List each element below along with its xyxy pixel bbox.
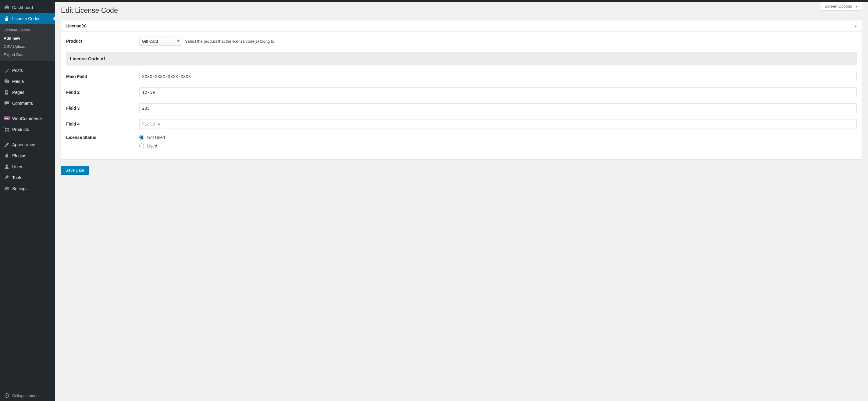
sidebar-item-label: Settings bbox=[12, 186, 28, 191]
screen-options-label: Screen Options bbox=[825, 4, 852, 8]
sidebar-item-label: Products bbox=[12, 127, 29, 132]
save-button[interactable]: Save Data bbox=[61, 166, 89, 175]
sidebar-item-pages[interactable]: Pages bbox=[0, 87, 55, 98]
metabox-title: License(s) bbox=[65, 24, 87, 28]
svg-text:Woo: Woo bbox=[4, 117, 9, 119]
sidebar-item-label: Dashboard bbox=[12, 5, 33, 10]
main-field-row: Main Field bbox=[66, 71, 857, 81]
sidebar-item-label: Comments bbox=[12, 101, 33, 106]
sidebar-item-label: Users bbox=[12, 164, 24, 169]
user-icon bbox=[4, 164, 10, 170]
woo-icon: Woo bbox=[4, 116, 10, 122]
lock-icon bbox=[4, 16, 10, 22]
metabox-body: Product Gift Card Select the product tha… bbox=[61, 32, 862, 159]
sidebar-sub-add-new[interactable]: Add new bbox=[0, 34, 55, 42]
cart-icon bbox=[4, 126, 10, 132]
caret-up-icon: ▲ bbox=[854, 24, 857, 28]
sidebar-item-label: Pages bbox=[12, 90, 24, 95]
sidebar-item-tools[interactable]: Tools bbox=[0, 172, 55, 183]
license-code-section-header: License Code #1 bbox=[66, 52, 857, 65]
sidebar-item-woocommerce[interactable]: Woo WooCommerce bbox=[0, 113, 55, 124]
pages-icon bbox=[4, 89, 10, 95]
field4-label: Field 4 bbox=[66, 122, 139, 126]
sidebar-item-label: Tools bbox=[12, 175, 22, 180]
sidebar-item-license-codes[interactable]: License Codes bbox=[0, 13, 55, 24]
sidebar-item-label: Posts bbox=[12, 68, 23, 73]
sidebar-item-label: Plugins bbox=[12, 153, 26, 158]
sidebar-item-users[interactable]: Users bbox=[0, 161, 55, 172]
sidebar-item-plugins[interactable]: Plugins bbox=[0, 150, 55, 161]
page-title: Edit License Code bbox=[61, 2, 862, 20]
product-select-wrap: Gift Card bbox=[139, 37, 182, 46]
status-not-used[interactable]: Not Used bbox=[139, 135, 165, 140]
licenses-metabox: License(s) ▲ Product Gift Card Select th… bbox=[61, 20, 862, 160]
product-select[interactable]: Gift Card bbox=[139, 37, 182, 46]
main-field-label: Main Field bbox=[66, 74, 139, 79]
content-area: Screen Options ▼ Edit License Code Licen… bbox=[55, 2, 868, 401]
collapse-label: Collapse menu bbox=[12, 393, 39, 398]
sidebar-item-label: License Codes bbox=[12, 16, 40, 21]
status-not-used-label: Not Used bbox=[147, 135, 165, 140]
pin-icon bbox=[4, 67, 10, 73]
brush-icon bbox=[4, 142, 10, 148]
sidebar-sub-export-data[interactable]: Export Data bbox=[0, 51, 55, 59]
status-radio-group: Not Used Used bbox=[139, 135, 165, 148]
admin-sidebar: Dashboard License Codes License Codes Ad… bbox=[0, 2, 55, 401]
status-row: License Status Not Used Used bbox=[66, 135, 857, 148]
admin-topbar bbox=[0, 0, 868, 2]
product-help-text: Select the product that the license code… bbox=[185, 39, 275, 43]
sidebar-collapse[interactable]: Collapse menu bbox=[0, 390, 55, 401]
status-not-used-radio[interactable] bbox=[139, 135, 144, 140]
sidebar-item-posts[interactable]: Posts bbox=[0, 65, 55, 76]
product-label: Product bbox=[66, 39, 139, 43]
sidebar-item-label: WooCommerce bbox=[12, 116, 42, 121]
sidebar-sub-csv-upload[interactable]: CSV Upload bbox=[0, 42, 55, 51]
status-used-radio[interactable] bbox=[139, 144, 144, 148]
sidebar-item-dashboard[interactable]: Dashboard bbox=[0, 2, 55, 13]
sidebar-item-appearance[interactable]: Appearance bbox=[0, 139, 55, 150]
collapse-icon bbox=[4, 393, 10, 399]
field3-label: Field 3 bbox=[66, 106, 139, 111]
status-label: License Status bbox=[66, 135, 139, 140]
sidebar-item-comments[interactable]: Comments bbox=[0, 98, 55, 109]
sidebar-item-label: Media bbox=[12, 79, 24, 84]
svg-point-4 bbox=[5, 394, 9, 398]
sidebar-item-settings[interactable]: Settings bbox=[0, 183, 55, 194]
field4-row: Field 4 bbox=[66, 119, 857, 129]
sidebar-item-label: Appearance bbox=[12, 142, 35, 147]
field2-input[interactable] bbox=[139, 88, 857, 97]
sidebar-item-media[interactable]: Media bbox=[0, 76, 55, 87]
wrench-icon bbox=[4, 175, 10, 181]
gauge-icon bbox=[4, 5, 10, 11]
field3-row: Field 3 bbox=[66, 103, 857, 113]
sliders-icon bbox=[4, 186, 10, 192]
media-icon bbox=[4, 78, 10, 84]
sidebar-item-products[interactable]: Products bbox=[0, 124, 55, 135]
comment-icon bbox=[4, 100, 10, 106]
status-used[interactable]: Used bbox=[139, 144, 165, 148]
field3-input[interactable] bbox=[139, 103, 857, 113]
chevron-down-icon: ▼ bbox=[855, 5, 858, 8]
sidebar-submenu: License Codes Add new CSV Upload Export … bbox=[0, 24, 55, 61]
svg-point-2 bbox=[5, 131, 6, 131]
plug-icon bbox=[4, 153, 10, 159]
field4-input[interactable] bbox=[139, 119, 857, 129]
metabox-header[interactable]: License(s) ▲ bbox=[61, 21, 862, 32]
main-field-input[interactable] bbox=[139, 71, 857, 81]
status-used-label: Used bbox=[147, 144, 157, 148]
screen-options-toggle[interactable]: Screen Options ▼ bbox=[821, 2, 862, 11]
product-row: Product Gift Card Select the product tha… bbox=[66, 37, 857, 46]
svg-point-3 bbox=[8, 131, 8, 131]
field2-row: Field 2 bbox=[66, 88, 857, 97]
field2-label: Field 2 bbox=[66, 90, 139, 95]
sidebar-sub-license-codes[interactable]: License Codes bbox=[0, 26, 55, 34]
